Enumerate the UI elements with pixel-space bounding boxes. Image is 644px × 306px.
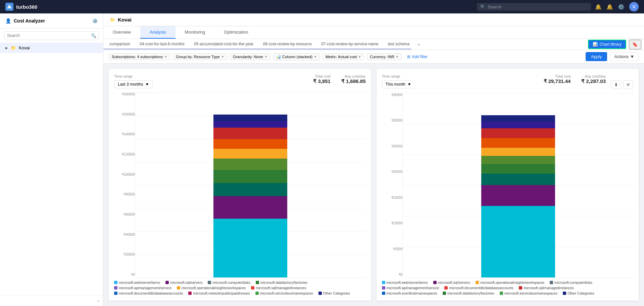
legend-item: microsoft.servicebus/namespaces [500, 291, 557, 295]
legend-item: microsoft.datafactory/factories [443, 291, 494, 295]
chart1-total-cost: Total cost ₹ 3,851 [313, 74, 331, 84]
chart2-time-range: Time range This month ▼ [382, 74, 415, 88]
sidebar-search-input[interactable] [4, 31, 99, 40]
legend-item: microsoft.documentdb/databaseaccounts [444, 286, 513, 290]
sub-tabs-bar: comparison 04-cost-for-last-6-months 05-… [103, 39, 644, 50]
search-icon: 🔍 [480, 4, 486, 9]
chart-type-icon: 📊 [276, 54, 281, 59]
sidebar-settings-icon[interactable]: ⚙️ [92, 18, 98, 24]
legend-item: microsoft.documentdb/databaseaccounts [114, 291, 183, 295]
legend-item: microsoft.apimanagement/service [382, 286, 439, 290]
sidebar-header: 👤 Cost Analyzer ⚙️ [0, 13, 103, 29]
legend-item: microsoft.web/serverfarms [114, 280, 160, 285]
legend-item: microsoft.apimanagement/service [114, 286, 171, 290]
apply-button[interactable]: Apply [586, 52, 607, 61]
actions-button[interactable]: Actions ▼ [610, 52, 639, 61]
granularity-caret-icon: ▼ [264, 55, 267, 58]
legend-item: microsoft.operationalinsights/workspaces [476, 280, 544, 285]
chart1-visual: ₹180000 ₹160000 ₹140000 ₹120000 ₹100000 … [114, 92, 366, 278]
chart2-cost-and-actions: Total cost ₹ 29,731.44 Avg cost/day ₹ 2,… [544, 74, 633, 89]
chart1-time-range: Time range Last 3 months ▼ [114, 74, 153, 88]
metric-caret-icon: ▼ [358, 55, 361, 58]
chart1-header: Time range Last 3 months ▼ Total cost ₹ … [114, 74, 366, 88]
chart-library-button[interactable]: 📊 Chart library [588, 40, 626, 49]
filters-row: Subscriptions: 4 subscriptions ▼ Group b… [103, 50, 644, 63]
sidebar-item-kovai[interactable]: ▶ 📁 Kovai [0, 43, 103, 53]
app-name: turbo360 [16, 4, 37, 10]
granularity-filter[interactable]: Granularity: None ▼ [230, 53, 270, 60]
chart2-y-axis: ₹35000 ₹30000 ₹25000 ₹20000 ₹15000 ₹1000… [382, 93, 403, 278]
main-tabs: Overview Analysis Monitoring Optimizatio… [103, 26, 644, 39]
svg-marker-0 [7, 4, 12, 8]
chart1-y-axis: ₹180000 ₹160000 ₹140000 ₹120000 ₹100000 … [114, 92, 135, 278]
time-range-caret-icon: ▼ [145, 82, 149, 87]
legend-item: Other Categories [563, 291, 594, 295]
tab-overview[interactable]: Overview [103, 26, 140, 39]
legend-item: microsoft.sql/managedinstances [519, 286, 574, 290]
chevron-right-icon: ▶ [5, 46, 8, 50]
chart-panel-1: Time range Last 3 months ▼ Total cost ₹ … [109, 69, 371, 301]
chart-icon: 📊 [593, 42, 598, 47]
legend-item: microsoft.network/publicipaddresses [188, 291, 250, 295]
subscriptions-filter[interactable]: Subscriptions: 4 subscriptions ▼ [109, 53, 170, 60]
sidebar: 👤 Cost Analyzer ⚙️ 🔍 ▶ 📁 Kovai ‹ [0, 13, 103, 306]
search-bar[interactable]: 🔍 [477, 3, 591, 11]
chart1-legend: microsoft.web/serverfarms microsoft.sql/… [114, 280, 366, 295]
add-filter-button[interactable]: ⊞ Add filter [404, 53, 430, 60]
sidebar-search[interactable]: 🔍 [4, 31, 99, 40]
chart1-plot-area [135, 92, 366, 278]
app-body: 👤 Cost Analyzer ⚙️ 🔍 ▶ 📁 Kovai ‹ 📁 Kovai… [0, 13, 644, 306]
legend-item: microsoft.web/serverfarms [382, 280, 428, 285]
actions-caret-icon: ▼ [630, 54, 634, 59]
alert-icon[interactable]: 🔔 [606, 4, 613, 10]
legend-item: microsoft.sql/servers [165, 280, 202, 285]
folder-icon: 📁 [11, 45, 16, 50]
legend-item: microsoft.eventhub/namespaces [382, 291, 437, 295]
logo-icon [5, 3, 13, 11]
sidebar-collapse-button[interactable]: ‹ [0, 295, 103, 306]
sidebar-title: 👤 Cost Analyzer [5, 18, 45, 24]
cost-analyzer-icon: 👤 [5, 18, 11, 24]
chart1-time-range-select[interactable]: Last 3 months ▼ [114, 80, 153, 88]
filter-icon: ⊞ [407, 54, 410, 59]
chart1-cost-summary: Total cost ₹ 3,851 Avg cost/day ₹ 1,686.… [313, 74, 365, 84]
close-button[interactable]: ✕ [623, 80, 633, 89]
collapse-icon: ‹ [98, 298, 99, 303]
chart2-stacked-bar [481, 115, 555, 277]
notifications-bell-icon[interactable]: 🔔 [595, 4, 602, 10]
settings-icon[interactable]: ⚙️ [618, 4, 625, 10]
page-header-folder-icon: 📁 [110, 17, 115, 22]
chart2-total-cost: Total cost ₹ 29,731.44 [544, 74, 571, 84]
app-logo[interactable]: turbo360 [5, 3, 37, 11]
chart-type-filter[interactable]: 📊 Column (stacked) ▼ [273, 53, 320, 60]
nav-icons: 🔔 🔔 ⚙️ V [595, 2, 639, 11]
legend-item: microsoft.operationalinsights/workspaces [177, 286, 246, 290]
tab-monitoring[interactable]: Monitoring [176, 26, 215, 39]
tab-analysis[interactable]: Analysis [140, 26, 175, 39]
avatar[interactable]: V [629, 2, 639, 11]
group-by-filter[interactable]: Group by: Resource Type ▼ [173, 53, 227, 60]
metric-filter[interactable]: Metric: Actual cost ▼ [323, 53, 364, 60]
download-button[interactable]: ⬇ [611, 80, 621, 89]
sub-tab-add-button[interactable]: + [414, 39, 424, 50]
legend-item: microsoft.servicebus/namespaces [255, 291, 313, 295]
currency-filter[interactable]: Currency: INR ▼ [367, 53, 402, 60]
chart2-legend: microsoft.web/serverfarms microsoft.sql/… [382, 280, 634, 295]
chart2-time-range-select[interactable]: This month ▼ [382, 80, 415, 88]
time-range-2-caret-icon: ▼ [407, 82, 411, 87]
chart2-plot-area [403, 93, 634, 278]
legend-item: microsoft.datafactory/factories [256, 280, 307, 285]
chart-type-caret-icon: ▼ [314, 55, 317, 58]
chart1-avg-cost: Avg cost/day ₹ 1,686.85 [341, 74, 366, 84]
sub-tabs-scrollbar[interactable] [103, 48, 543, 50]
bookmark-button[interactable]: 🔖 [629, 40, 641, 49]
tab-optimization[interactable]: Optimization [214, 26, 257, 39]
chart1-stacked-bar [213, 115, 287, 277]
chart2-cost-summary: Total cost ₹ 29,731.44 Avg cost/day ₹ 2,… [544, 74, 606, 84]
charts-area: Time range Last 3 months ▼ Total cost ₹ … [103, 63, 644, 306]
chart2-visual: ₹35000 ₹30000 ₹25000 ₹20000 ₹15000 ₹1000… [382, 93, 634, 278]
legend-item: microsoft.compute/disks [550, 280, 592, 285]
legend-item: microsoft.sql/managedinstances [251, 286, 306, 290]
search-input[interactable] [488, 4, 588, 9]
legend-item: microsoft.sql/servers [433, 280, 470, 285]
